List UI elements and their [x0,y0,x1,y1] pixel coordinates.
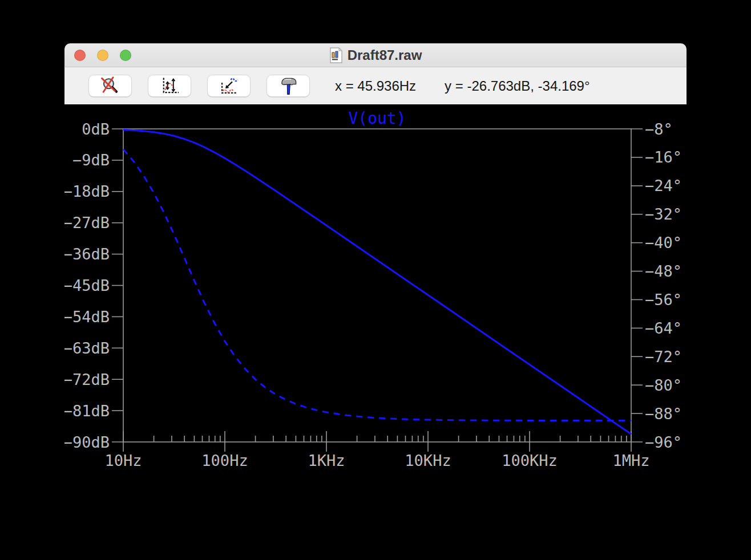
zoom-previous-button[interactable] [207,75,251,97]
toolbar: x = 45.936Hz y = -26.763dB, -34.169° [64,67,687,104]
window-title: Draft87.raw [348,47,422,63]
phase-axis-tick-label: −40° [645,234,682,251]
zoom-button[interactable] [120,50,131,61]
phase-axis-tick-label: −24° [645,177,682,194]
magnitude-axis-tick-label: −63dB [64,339,110,357]
phase-axis-tick-label: −72° [645,348,682,366]
phase-axis-tick-label: −88° [645,405,682,423]
magnitude-axis-tick-label: −9dB [72,151,110,169]
magnitude-axis[interactable]: 0dB−9dB−18dB−27dB−36dB−45dB−54dB−63dB−72… [64,120,123,451]
magnitude-axis-tick-label: −90dB [64,433,110,451]
phase-axis-tick-label: −80° [645,376,682,394]
autorange-y-button[interactable] [148,75,191,97]
autoscale-y-icon [157,76,182,96]
trace-V(out)-magnitude[interactable] [123,130,631,435]
bode-plot[interactable]: 0dB−9dB−18dB−27dB−36dB−45dB−54dB−63dB−72… [64,104,687,473]
frequency-axis-tick-label: 10Hz [104,452,142,469]
phase-axis-tick-label: −56° [645,291,682,309]
zoom-rect-disabled-icon [98,76,123,96]
control-panel-hammer-icon [276,76,301,96]
window-title-group: Draft87.raw [329,47,422,63]
frequency-axis-tick-label: 100Hz [201,452,248,469]
window-controls [74,43,131,67]
frequency-axis-tick-label: 1MHz [612,452,649,469]
phase-axis-tick-label: −96° [645,433,682,451]
magnitude-axis-tick-label: −18dB [64,182,110,200]
close-button[interactable] [74,50,86,61]
phase-axis[interactable]: −8°−16°−24°−32°−40°−48°−56°−64°−72°−80°−… [631,120,682,451]
titlebar[interactable]: Draft87.raw [64,43,687,67]
waveform-viewer-window: Draft87.raw [64,43,687,473]
frequency-axis-tick-label: 10KHz [405,452,451,469]
magnitude-axis-tick-label: −36dB [64,245,110,263]
cursor-y-readout: y = -26.763dB, -34.169° [445,78,590,94]
control-panel-button[interactable] [267,75,310,97]
magnitude-axis-tick-label: −45dB [64,277,110,294]
magnitude-axis-tick-label: −27dB [64,214,110,232]
phase-axis-tick-label: −8° [645,120,673,138]
trace-V(out)-phase[interactable] [123,149,631,421]
document-icon [329,47,343,63]
magnitude-axis-tick-label: −54dB [64,308,110,326]
phase-axis-tick-label: −64° [645,319,682,337]
plot-area[interactable]: V(out) 0dB−9dB−18dB−27dB−36dB−45dB−54dB−… [64,104,687,473]
phase-axis-tick-label: −16° [645,148,682,166]
magnitude-axis-tick-label: −81dB [64,402,110,420]
magnitude-axis-tick-label: 0dB [82,120,110,138]
minimize-button[interactable] [97,50,108,61]
frequency-axis[interactable]: 10Hz100Hz1KHz10KHz100KHz1MHz [104,431,649,469]
phase-axis-tick-label: −48° [645,262,682,280]
cursor-x-readout: x = 45.936Hz [335,78,416,94]
zoom-previous-icon [216,76,241,96]
frequency-axis-tick-label: 1KHz [308,452,345,469]
phase-axis-tick-label: −32° [645,205,682,223]
magnitude-axis-tick-label: −72dB [64,371,110,388]
frequency-axis-tick-label: 100KHz [502,452,558,469]
zoom-rect-button[interactable] [88,75,132,97]
plot-pane-border [123,129,631,442]
